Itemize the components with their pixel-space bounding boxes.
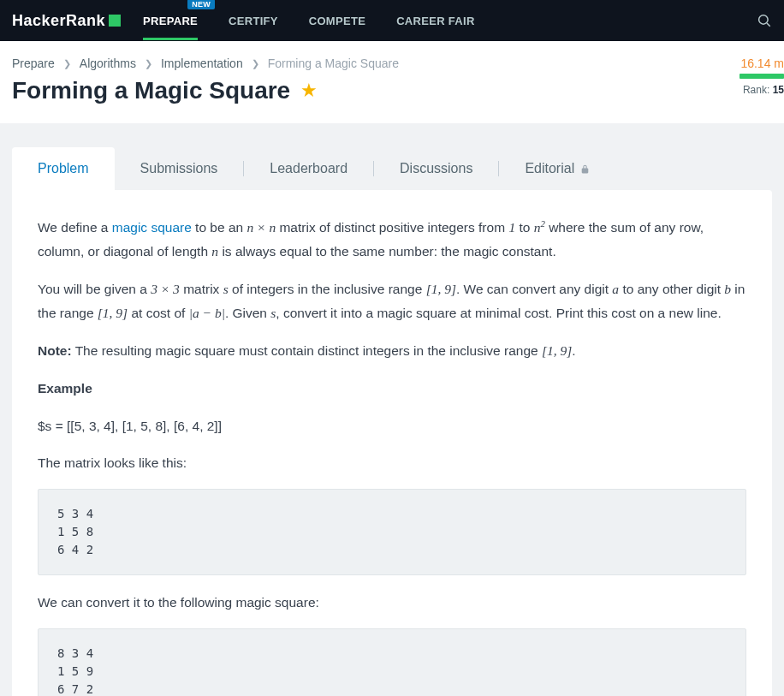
math-one: 1 [508, 220, 515, 235]
task-paragraph: You will be given a 3 × 3 matrix s of in… [38, 277, 746, 325]
problem-content: We define a magic square to be an n × n … [12, 190, 772, 696]
math-n-squared: n2 [534, 220, 545, 235]
logo-text: HackerRank [12, 12, 105, 30]
rank-label: Rank: 15 [739, 84, 784, 96]
breadcrumb-current: Forming a Magic Square [268, 57, 399, 70]
nav-compete[interactable]: COMPETE [309, 2, 365, 40]
matrix-before-block: 5 3 4 1 5 8 6 4 2 [38, 489, 746, 575]
chevron-right-icon: ❯ [145, 58, 152, 69]
chevron-right-icon: ❯ [63, 58, 71, 69]
note-paragraph: Note: The resulting magic square must co… [38, 339, 746, 363]
rank-box: 16.14 m Rank: 15 [739, 57, 784, 96]
page-title: Forming a Magic Square [12, 77, 290, 104]
breadcrumb-algorithms[interactable]: Algorithms [80, 57, 136, 70]
rank-progress-text: 16.14 m [739, 57, 784, 70]
matrix-intro-text: The matrix looks like this: [38, 451, 746, 475]
example-heading: Example [38, 381, 92, 396]
matrix-after-block: 8 3 4 1 5 9 6 7 2 [38, 628, 746, 696]
example-input: $s = [[5, 3, 4], [1, 5, 8], [6, 4, 2]] [38, 414, 746, 438]
breadcrumb-prepare[interactable]: Prepare [12, 57, 55, 70]
tab-problem[interactable]: Problem [12, 147, 115, 190]
chevron-right-icon: ❯ [252, 58, 259, 69]
nav-prepare[interactable]: PREPARE NEW [143, 2, 198, 40]
tab-leaderboard[interactable]: Leaderboard [244, 147, 373, 190]
tabs: Problem Submissions Leaderboard Discussi… [12, 147, 772, 190]
math-nxn: n × n [246, 220, 276, 235]
lock-icon [579, 164, 591, 175]
breadcrumb-implementation[interactable]: Implementation [161, 57, 243, 70]
main-nav: PREPARE NEW CERTIFY COMPETE CAREER FAIR [143, 2, 475, 40]
convert-intro-text: We can convert it to the following magic… [38, 591, 746, 615]
top-nav: HackerRank PREPARE NEW CERTIFY COMPETE C… [0, 0, 784, 41]
svg-point-0 [759, 15, 769, 25]
tab-submissions[interactable]: Submissions [115, 147, 244, 190]
breadcrumb: Prepare ❯ Algorithms ❯ Implementation ❯ … [12, 57, 772, 70]
tab-discussions[interactable]: Discussions [374, 147, 498, 190]
logo[interactable]: HackerRank [12, 12, 121, 30]
search-icon[interactable] [757, 13, 772, 28]
definition-paragraph: We define a magic square to be an n × n … [38, 216, 746, 264]
tab-editorial[interactable]: Editorial [499, 147, 616, 190]
new-badge: NEW [187, 0, 215, 9]
math-n: n [211, 244, 218, 259]
star-icon[interactable]: ★ [300, 80, 318, 102]
logo-square-icon [109, 15, 121, 27]
svg-line-1 [767, 23, 770, 27]
rank-progress-bar [739, 74, 784, 79]
magic-square-link[interactable]: magic square [112, 220, 192, 235]
nav-career-fair[interactable]: CAREER FAIR [396, 2, 474, 40]
page-header: Prepare ❯ Algorithms ❯ Implementation ❯ … [0, 41, 784, 123]
nav-certify[interactable]: CERTIFY [229, 2, 278, 40]
